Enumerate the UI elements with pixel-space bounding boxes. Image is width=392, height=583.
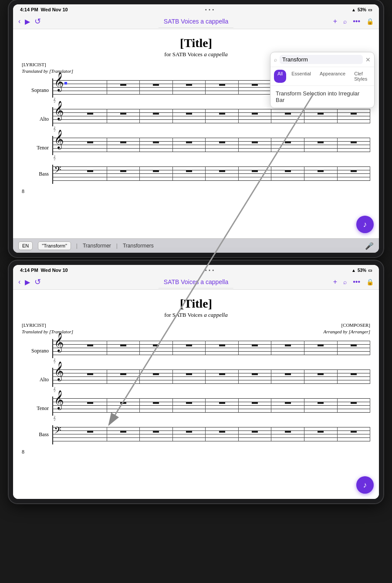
- status-time-bottom: 4:14 PM: [20, 268, 38, 273]
- score-meta-bottom: [LYRICIST] Translated by [Translator] [C…: [22, 322, 370, 336]
- page-num-top: 8: [22, 188, 370, 195]
- status-right-bottom: ▲ 53% ▭: [351, 268, 372, 273]
- back-button[interactable]: ‹: [18, 17, 20, 25]
- filter-appearance[interactable]: Appearance: [316, 70, 349, 83]
- status-dots-bottom: • • •: [205, 268, 214, 273]
- play-button-bottom[interactable]: ▶: [25, 278, 30, 286]
- staff-row-alto-bottom: Alto 𝄞: [22, 368, 370, 392]
- play-button[interactable]: ▶: [25, 17, 30, 26]
- arranger-label-bottom: Arranged by [Arranger]: [323, 329, 370, 334]
- score-title-top: [Title]: [22, 36, 370, 50]
- search-dropdown[interactable]: ⌕ ✕ All Essential Appearance Clef Styles…: [270, 52, 375, 108]
- translator-label-bottom: Translated by [Translator]: [22, 329, 73, 334]
- staff-row-bass-bottom: Bass 𝄢: [22, 425, 370, 444]
- filter-all[interactable]: All: [274, 70, 286, 83]
- kb-lang-pill[interactable]: EN: [18, 241, 33, 250]
- page-root: 4:14 PM Wed Nov 10 • • • ▲ 53% ▭ ‹ ▶ ↺ S…: [0, 0, 392, 583]
- filter-file[interactable]: File: [372, 70, 375, 83]
- nav-icons-top: + ⌕ ••• 🔒: [333, 17, 374, 25]
- nav-title-bottom: SATB Voices a cappella: [159, 276, 233, 288]
- status-date-bottom: Wed Nov 10: [41, 268, 68, 273]
- score-composer-bottom: [COMPOSER] Arranged by [Arranger]: [323, 322, 370, 336]
- staff-row-tenor-bottom: Tenor 𝄞: [22, 397, 370, 421]
- score-area-top: ⌕ ✕ All Essential Appearance Clef Styles…: [13, 29, 379, 238]
- music-fab-top[interactable]: ♪: [356, 216, 374, 233]
- kb-mic-button[interactable]: 🎤: [365, 242, 374, 250]
- score-subtitle-bottom: for SATB Voices a cappella: [22, 312, 370, 319]
- status-left: 4:14 PM Wed Nov 10: [20, 7, 68, 12]
- search-button-bottom[interactable]: ⌕: [343, 278, 347, 285]
- bass-clef-bass-bottom: 𝄢: [54, 426, 61, 437]
- search-icon-dropdown: ⌕: [274, 57, 277, 63]
- nav-bar-top: ‹ ▶ ↺ SATB Voices a cappella + ⌕ ••• 🔒: [13, 14, 379, 29]
- score-lyricist-bottom: [LYRICIST] Translated by [Translator]: [22, 322, 73, 336]
- search-button[interactable]: ⌕: [343, 18, 347, 25]
- filter-tabs: All Essential Appearance Clef Styles Fil…: [270, 67, 374, 86]
- keyboard-bar-top: EN "Transform" | Transformer | Transform…: [13, 238, 379, 253]
- wifi-icon-bottom: ▲: [351, 268, 356, 273]
- staff-label-bass-top: Bass: [22, 171, 52, 177]
- score-lyricist-top: [LYRICIST] Translated by [Translator]: [22, 61, 73, 75]
- add-button-bottom[interactable]: +: [333, 278, 337, 286]
- staff-label-soprano-top: Soprano: [22, 87, 52, 94]
- lock-button[interactable]: 🔒: [366, 18, 374, 25]
- lyricist-label-bottom: [LYRICIST]: [22, 322, 73, 329]
- ipad-bottom-screen: 4:14 PM Wed Nov 10 • • • ▲ 53% ▭ ‹ ▶ ↺ S…: [13, 265, 379, 499]
- staff-row-alto-top: Alto 𝄞: [22, 107, 370, 132]
- search-clear-button[interactable]: ✕: [365, 56, 371, 63]
- page-num-bottom: 8: [22, 449, 370, 455]
- battery-text: 53%: [358, 7, 366, 12]
- filter-clef-styles[interactable]: Clef Styles: [351, 70, 371, 83]
- search-input-row: ⌕ ✕: [270, 52, 374, 67]
- staff-row-soprano-bottom: Soprano 𝄞: [22, 339, 370, 363]
- status-right: ▲ 53% ▭: [351, 7, 372, 12]
- search-result-1[interactable]: Transform Selection into Irregular Bar: [270, 86, 374, 108]
- loop-button-bottom[interactable]: ↺: [34, 277, 41, 287]
- staff-label-tenor-bottom: Tenor: [22, 405, 52, 412]
- lock-button-bottom[interactable]: 🔒: [366, 278, 374, 285]
- battery-text-bottom: 53%: [358, 268, 366, 273]
- kb-suggestion-1[interactable]: "Transform": [38, 241, 71, 250]
- ipad-top: 4:14 PM Wed Nov 10 • • • ▲ 53% ▭ ‹ ▶ ↺ S…: [9, 0, 383, 257]
- search-input[interactable]: [280, 55, 363, 64]
- wifi-icon: ▲: [351, 7, 356, 12]
- nav-bar-bottom: ‹ ▶ ↺ SATB Voices a cappella + ⌕ ••• 🔒: [13, 275, 379, 290]
- staff-section-bottom: Soprano 𝄞: [22, 339, 370, 444]
- status-bar-top: 4:14 PM Wed Nov 10 • • • ▲ 53% ▭: [13, 4, 379, 14]
- status-left-bottom: 4:14 PM Wed Nov 10: [20, 268, 68, 273]
- kb-suggestion-2[interactable]: Transformer: [83, 243, 111, 249]
- status-date: Wed Nov 10: [41, 7, 68, 12]
- staff-label-soprano-bottom: Soprano: [22, 348, 52, 354]
- more-button[interactable]: •••: [353, 17, 360, 25]
- nav-title-top: SATB Voices a cappella: [159, 15, 233, 28]
- score-area-bottom: [Title] for SATB Voices a cappella [LYRI…: [13, 290, 379, 499]
- add-button[interactable]: +: [333, 17, 337, 25]
- composer-label-bottom: [COMPOSER]: [323, 322, 370, 329]
- back-button-bottom[interactable]: ‹: [18, 278, 20, 286]
- bass-clef-bass-top: 𝄢: [54, 166, 61, 177]
- staff-label-alto-top: Alto: [22, 116, 52, 122]
- nav-icons-bottom: + ⌕ ••• 🔒: [333, 278, 374, 286]
- status-bar-bottom: 4:14 PM Wed Nov 10 • • • ▲ 53% ▭: [13, 265, 379, 275]
- staff-label-alto-bottom: Alto: [22, 376, 52, 383]
- score-title-bottom: [Title]: [22, 297, 370, 311]
- status-dots: • • •: [205, 7, 214, 12]
- battery-icon-bottom: ▭: [368, 268, 372, 273]
- kb-divider-2: |: [116, 243, 118, 249]
- ipad-bottom: 4:14 PM Wed Nov 10 • • • ▲ 53% ▭ ‹ ▶ ↺ S…: [9, 261, 383, 503]
- staff-row-tenor-top: Tenor 𝄞: [22, 136, 370, 160]
- filter-essential[interactable]: Essential: [288, 70, 314, 83]
- translator-label: Translated by [Translator]: [22, 68, 73, 74]
- more-button-bottom[interactable]: •••: [353, 278, 360, 286]
- lyricist-label: [LYRICIST]: [22, 61, 73, 68]
- staff-label-bass-bottom: Bass: [22, 431, 52, 438]
- music-fab-bottom[interactable]: ♪: [356, 476, 374, 494]
- staff-row-bass-top: Bass 𝄢: [22, 165, 370, 184]
- loop-button[interactable]: ↺: [34, 17, 41, 26]
- kb-suggestion-3[interactable]: Transformers: [123, 243, 154, 249]
- kb-divider-1: |: [76, 243, 78, 249]
- battery-icon: ▭: [368, 7, 372, 12]
- staff-label-tenor-top: Tenor: [22, 145, 52, 151]
- status-time: 4:14 PM: [20, 7, 38, 12]
- ipad-top-screen: 4:14 PM Wed Nov 10 • • • ▲ 53% ▭ ‹ ▶ ↺ S…: [13, 4, 379, 253]
